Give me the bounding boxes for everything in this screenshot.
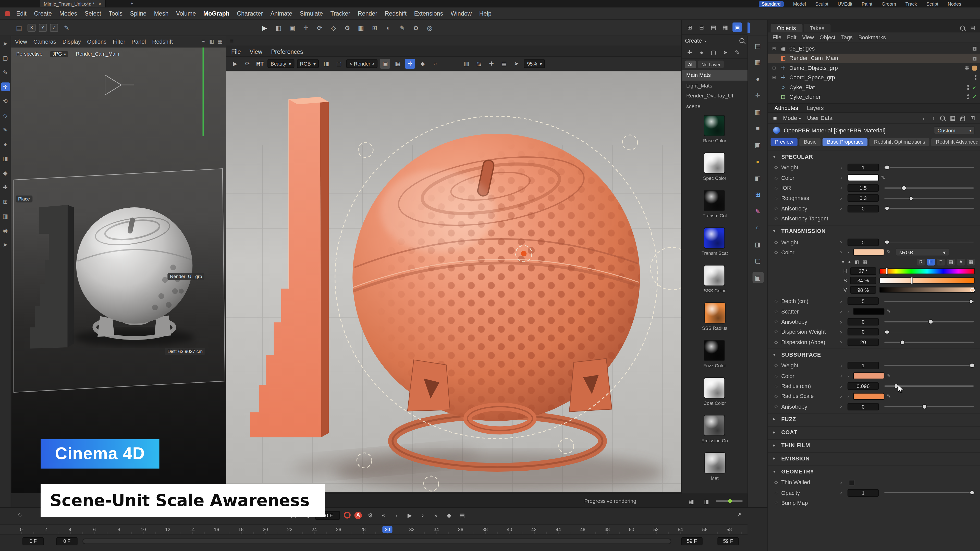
timeline-panel-icon[interactable]: ▥ [752,106,763,118]
objects-menu-object[interactable]: Object [819,34,835,40]
eyedropper-icon[interactable]: ✎ [884,373,893,379]
menu-redshift[interactable]: Redshift [385,10,407,17]
renderview-menu-file[interactable]: File [231,48,241,55]
nav-back-icon[interactable]: ← [921,115,927,121]
viewport-menu-cameras[interactable]: Cameras [33,38,56,44]
add-bucket-icon[interactable]: ✚ [487,59,496,68]
object-manager-icon[interactable]: ▦ [752,57,763,68]
ruler-frame-12[interactable]: 12 [165,527,170,532]
material-swatch-transm-scat[interactable]: Transm Scat [702,227,728,265]
material-swatch-sss-color[interactable]: SSS Color [704,265,726,302]
spline-editor-icon[interactable]: ✎ [752,206,763,217]
ruler-frame-46[interactable]: 46 [580,527,585,532]
layout-mode-sculpt[interactable]: Sculpt [815,1,829,6]
scale-tool-icon[interactable]: ◇ [1,111,10,120]
slider-anisotropy[interactable] [884,205,974,212]
value-slider-handle[interactable] [970,288,975,292]
document-tab[interactable]: Mimic_Trasm_Unit.c4d * × [40,0,106,7]
filter-all[interactable]: All [685,61,697,68]
keyframe-diamond-icon[interactable]: ◇ [774,206,781,211]
lock-icon[interactable] [960,118,966,121]
slider-handle[interactable] [885,330,889,334]
menu-mograph[interactable]: MoGraph [204,10,229,17]
playhead[interactable]: 30 [382,526,393,533]
pointer-icon[interactable]: ➤ [511,59,522,68]
nav-up-icon[interactable]: ↑ [932,115,935,121]
channel-dropdown[interactable]: RGB▾ [297,59,319,68]
ruler-frame-20[interactable]: 20 [263,527,268,532]
search-icon[interactable] [739,38,745,43]
material-swatch-base-color[interactable]: Base Color [703,115,726,152]
ruler-frame-24[interactable]: 24 [312,527,317,532]
sphere-preview-icon[interactable]: ● [697,48,706,57]
material-group-render-overlay-ui[interactable]: Render_Overlay_UI [682,91,748,101]
go-to-end-button[interactable]: » [431,510,441,520]
grid-overlay-icon[interactable]: ▦ [393,59,403,68]
color-swatch-color[interactable] [853,249,884,256]
perspective-viewport[interactable]: ViewCamerasDisplayOptionsFilterPanelReds… [11,36,226,494]
keyframe-diamond-icon[interactable]: ◇ [774,319,781,324]
enabled-check-icon[interactable]: ✓ [972,94,977,100]
slider-dispersion-abbe[interactable] [884,338,974,346]
settings-gear-icon[interactable]: ⚙ [342,22,353,33]
slider-ior[interactable] [884,184,974,192]
value-field-anisotropy[interactable]: 0 [848,205,879,212]
link-material-icon[interactable]: ➤ [721,48,730,57]
tab-layers[interactable]: Layers [807,105,824,111]
marquee-tool-icon[interactable]: ▢ [1,54,10,62]
menu-select[interactable]: Select [85,10,101,17]
animation-dot-icon[interactable]: ○ [839,340,848,345]
range-end-field[interactable]: 59 F [681,537,702,545]
gradient-mode-icon[interactable]: ▤ [947,259,955,265]
material-swatch-spec-color[interactable]: Spec Color [703,152,726,190]
material-swatch-emission-co[interactable]: Emission Co [702,415,728,452]
keyframe-diamond-icon[interactable]: ◇ [774,299,781,304]
renderview-menu-view[interactable]: View [250,48,262,55]
ruler-frame-52[interactable]: 52 [653,527,659,532]
slider-dispersion-weight[interactable] [884,328,974,336]
slider-handle[interactable] [885,206,889,211]
color-swatch-scatter[interactable] [853,308,884,315]
axis-x-button[interactable]: X [27,24,36,32]
pass-dropdown[interactable]: Beauty▾ [267,59,294,68]
target-tool-icon[interactable]: ◎ [425,22,435,33]
axis-y-button[interactable]: Y [39,24,47,32]
saturation-slider[interactable] [880,278,975,284]
expander-icon[interactable]: › [848,394,853,399]
temp-mode-button[interactable]: T [937,259,945,265]
material-grid-icon[interactable]: ▦ [721,22,730,32]
prop-tab-redshift-advanced[interactable]: Redshift Advanced [932,138,980,146]
ruler-frame-44[interactable]: 44 [555,527,561,532]
value-field[interactable]: 98 % [850,286,877,294]
objects-menu-tags[interactable]: Tags [841,34,853,40]
circle-select-icon[interactable]: ○ [430,59,440,68]
swatch-mode-icon[interactable]: ▦ [967,259,975,265]
annotate-tool-icon[interactable]: ✎ [397,22,407,33]
value-field-weight[interactable]: 1 [848,164,879,171]
ruler-frame-16[interactable]: 16 [214,527,219,532]
keyframe-diamond-icon[interactable]: ◇ [774,250,781,255]
prop-tab-preview[interactable]: Preview [771,138,798,146]
tag-grid-icon[interactable]: ▦ [972,46,977,51]
slider-handle[interactable] [969,299,974,303]
animation-dot-icon[interactable]: ○ [839,384,848,388]
attributes-menu-icon[interactable]: ≡ [773,114,776,121]
keyframe-diamond-icon[interactable]: ◇ [774,394,781,399]
zoom-dropdown[interactable]: 95%▾ [524,59,545,68]
tag-grid-icon[interactable]: ▦ [972,56,977,61]
viewport-menu-panel[interactable]: Panel [131,38,146,44]
rotate-tool-icon[interactable]: ⟳ [314,22,325,33]
snapshot-icon[interactable]: ▦ [686,497,696,507]
cursor-tool-icon[interactable]: ➤ [1,241,10,249]
add-panel-icon[interactable]: ⊞ [970,115,975,121]
ruler-frame-2[interactable]: 2 [45,527,47,532]
expander-icon[interactable]: ⊞ [771,75,777,80]
workplane-grid-icon[interactable]: ⊞ [369,22,380,33]
user-data-button[interactable]: User Data [807,115,832,121]
lasso-tool-icon[interactable]: ✎ [1,68,10,77]
value-field-dispersion-abbe[interactable]: 20 [848,338,879,346]
menu-extensions[interactable]: Extensions [414,10,443,17]
layout-mode-paint[interactable]: Paint [862,1,872,6]
record-button[interactable] [344,512,351,519]
compare-icon[interactable]: ▥ [461,59,471,68]
